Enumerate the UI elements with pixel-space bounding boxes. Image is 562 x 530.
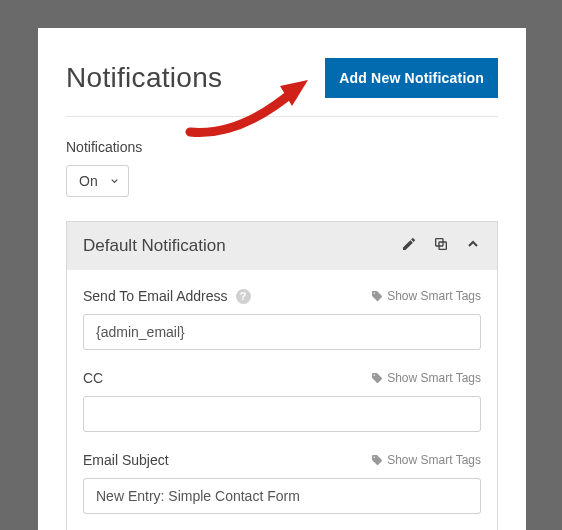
notifications-toggle-label: Notifications: [66, 139, 498, 155]
duplicate-icon[interactable]: [433, 236, 449, 256]
panel-header: Notifications Add New Notification: [66, 58, 498, 117]
tag-icon: [371, 290, 383, 302]
card-body: Send To Email Address ? Show Smart Tags …: [67, 270, 497, 514]
cc-input[interactable]: [83, 396, 481, 432]
notifications-toggle-value: On: [79, 173, 98, 189]
card-title: Default Notification: [83, 236, 401, 256]
chevron-down-icon: [109, 176, 120, 187]
show-smart-tags-link[interactable]: Show Smart Tags: [371, 453, 481, 467]
subject-input[interactable]: [83, 478, 481, 514]
send-to-label: Send To Email Address ?: [83, 288, 251, 304]
field-send-to: Send To Email Address ? Show Smart Tags: [83, 288, 481, 350]
subject-label: Email Subject: [83, 452, 169, 468]
notifications-toggle-select[interactable]: On: [66, 165, 129, 197]
show-smart-tags-link[interactable]: Show Smart Tags: [371, 289, 481, 303]
show-smart-tags-link[interactable]: Show Smart Tags: [371, 371, 481, 385]
card-header: Default Notification: [67, 222, 497, 270]
field-subject: Email Subject Show Smart Tags: [83, 452, 481, 514]
notifications-panel: Notifications Add New Notification Notif…: [38, 28, 526, 530]
tag-icon: [371, 454, 383, 466]
card-actions: [401, 236, 481, 256]
add-new-notification-button[interactable]: Add New Notification: [325, 58, 498, 98]
help-icon[interactable]: ?: [236, 289, 251, 304]
cc-label: CC: [83, 370, 103, 386]
notification-card: Default Notification Send To Email Addre…: [66, 221, 498, 530]
edit-icon[interactable]: [401, 236, 417, 256]
collapse-icon[interactable]: [465, 236, 481, 256]
page-title: Notifications: [66, 62, 222, 94]
tag-icon: [371, 372, 383, 384]
send-to-input[interactable]: [83, 314, 481, 350]
field-cc: CC Show Smart Tags: [83, 370, 481, 432]
